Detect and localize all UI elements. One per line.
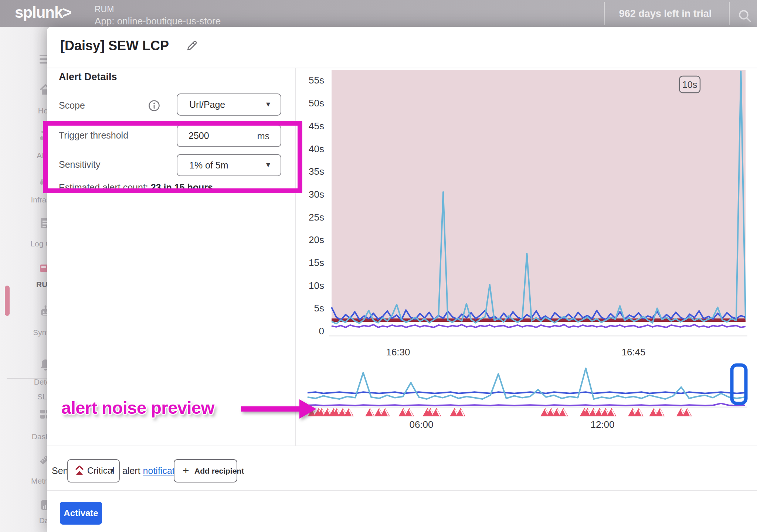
- active-item-indicator: [5, 286, 10, 316]
- critical-severity-icon: [75, 466, 84, 478]
- chevron-down-icon: ▾: [266, 99, 270, 109]
- topbar-divider: [729, 2, 730, 25]
- title-divider: [47, 68, 757, 68]
- alert-details-heading: Alert Details: [59, 71, 117, 83]
- activate-divider: [47, 490, 757, 491]
- alert-config-modal: [Daisy] SEW LCP Alert Details Scope Url/…: [47, 27, 757, 532]
- footer-divider: [47, 446, 757, 446]
- trigger-threshold-input[interactable]: [188, 130, 245, 141]
- add-recipient-button[interactable]: + Add recipient: [174, 459, 237, 482]
- breadcrumb-section: RUM: [95, 4, 114, 14]
- estimated-alert-count: Estimated alert count: 23 in 15 hours.: [59, 182, 215, 193]
- trigger-threshold-label: Trigger threshold: [59, 130, 128, 141]
- chevron-down-icon: ▾: [266, 160, 270, 170]
- estimate-value: 23 in 15 hours.: [151, 182, 215, 192]
- breadcrumb-app: App: online-boutique-us-store: [95, 16, 221, 27]
- page-title: [Daisy] SEW LCP: [60, 38, 169, 54]
- severity-dropdown[interactable]: Critical ▾: [67, 459, 120, 482]
- chevron-down-icon: ▾: [110, 466, 114, 475]
- alert-text: alert: [122, 466, 140, 476]
- trial-countdown: 962 days left in trial: [610, 8, 721, 20]
- estimate-prefix: Estimated alert count:: [59, 182, 151, 192]
- sensitivity-dropdown[interactable]: 1% of 5m ▾: [177, 154, 281, 176]
- top-bar: splunk> RUM App: online-boutique-us-stor…: [0, 0, 757, 27]
- panel-divider: [295, 68, 296, 446]
- search-icon[interactable]: [738, 9, 753, 25]
- sensitivity-dropdown-value: 1% of 5m: [189, 160, 228, 171]
- topbar-divider: [604, 2, 605, 25]
- add-recipient-label: Add recipient: [194, 467, 244, 475]
- trigger-threshold-field: ms: [177, 125, 281, 147]
- splunk-logo: splunk>: [15, 4, 71, 21]
- info-icon[interactable]: [148, 100, 160, 113]
- scope-dropdown[interactable]: Url/Page ▾: [177, 93, 281, 116]
- annotation-label: alert noise preview: [61, 398, 214, 418]
- activate-button[interactable]: Activate: [60, 502, 102, 525]
- trigger-threshold-unit: ms: [257, 131, 269, 141]
- scope-label: Scope: [59, 100, 85, 111]
- scope-dropdown-value: Url/Page: [189, 99, 225, 110]
- sensitivity-label: Sensitivity: [59, 159, 101, 170]
- edit-title-pencil-icon[interactable]: [186, 40, 198, 54]
- plus-icon: +: [183, 464, 189, 477]
